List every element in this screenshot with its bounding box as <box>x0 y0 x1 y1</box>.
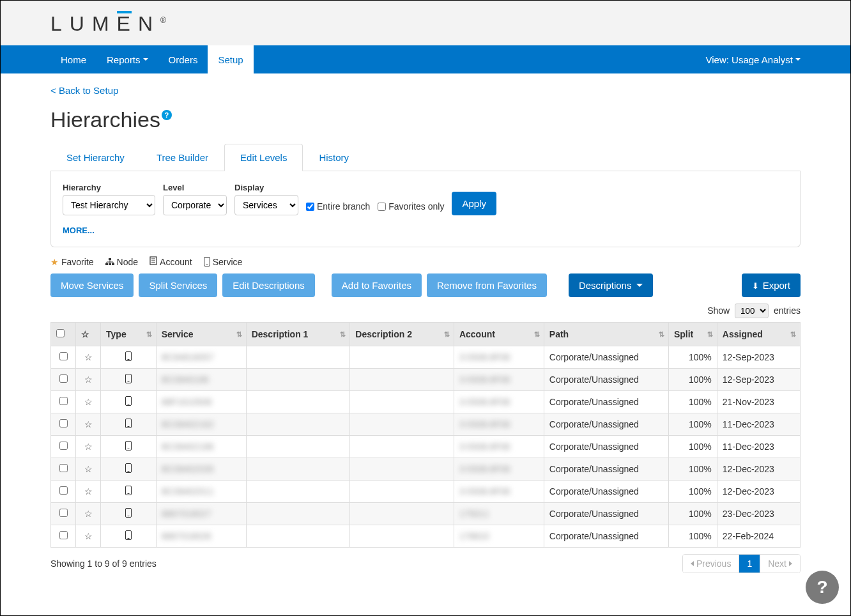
svg-rect-2 <box>109 263 111 265</box>
favorite-toggle[interactable]: ☆ <box>84 486 93 497</box>
display-select[interactable]: Services <box>234 195 298 215</box>
table-row: ☆88F16105083-5508.8F08Corporate/Unassign… <box>51 391 801 413</box>
tab-history[interactable]: History <box>303 144 365 171</box>
col-desc1[interactable]: Description 1⇅ <box>246 323 350 346</box>
assigned-value: 11-Dec-2023 <box>717 436 800 458</box>
help-fab[interactable]: ? <box>806 571 839 604</box>
next-button[interactable]: Next <box>760 555 800 573</box>
sort-icon: ⇅ <box>534 330 540 339</box>
filter-panel: Hierarchy Test Hierarchy Level Corporate… <box>50 171 801 247</box>
assigned-value: 12-Sep-2023 <box>717 346 800 369</box>
favorite-toggle[interactable]: ☆ <box>84 509 93 519</box>
favorite-toggle[interactable]: ☆ <box>84 531 93 541</box>
favorites-only-checkbox[interactable]: Favorites only <box>378 201 444 215</box>
service-value: 8867018027 <box>162 509 211 519</box>
chevron-left-icon <box>691 561 694 566</box>
favorite-toggle[interactable]: ☆ <box>84 442 93 452</box>
desc2-value <box>350 481 454 503</box>
service-value: BC0840186 <box>162 374 209 385</box>
remove-from-favorites-button[interactable]: Remove from Favorites <box>427 273 547 297</box>
page-1-button[interactable]: 1 <box>739 555 760 573</box>
add-to-favorites-button[interactable]: Add to Favorites <box>332 273 422 297</box>
path-value: Corporate/Unassigned <box>544 369 668 391</box>
view-switcher[interactable]: View: Usage Analyst <box>706 45 801 73</box>
show-entries-select[interactable]: 100 <box>735 304 769 318</box>
device-icon <box>204 257 210 266</box>
service-value: 88F1610508 <box>162 397 212 407</box>
edit-descriptions-button[interactable]: Edit Descriptions <box>222 273 315 297</box>
sort-icon: ⇅ <box>790 330 796 339</box>
account-value: 3-5508.8F08 <box>459 352 510 362</box>
split-services-button[interactable]: Split Services <box>139 273 217 297</box>
nav-home[interactable]: Home <box>50 45 96 73</box>
chevron-down-icon <box>636 284 643 287</box>
star-icon: ☆ <box>81 329 89 339</box>
split-value: 100% <box>668 369 717 391</box>
row-checkbox[interactable] <box>59 464 68 472</box>
row-checkbox[interactable] <box>59 397 68 405</box>
show-entries: Show 100 entries <box>50 304 801 318</box>
desc2-value <box>350 391 454 413</box>
level-select[interactable]: Corporate <box>163 195 227 215</box>
row-checkbox[interactable] <box>59 531 68 539</box>
assigned-value: 12-Dec-2023 <box>717 458 800 481</box>
tab-set-hierarchy[interactable]: Set Hierarchy <box>50 144 141 171</box>
col-type[interactable]: Type⇅ <box>101 323 157 346</box>
tabs: Set Hierarchy Tree Builder Edit Levels H… <box>50 144 801 171</box>
row-checkbox[interactable] <box>59 352 68 360</box>
pagination: Previous 1 Next <box>682 554 801 573</box>
favorite-toggle[interactable]: ☆ <box>84 397 93 407</box>
service-value: BC08402035 <box>162 464 214 474</box>
col-split[interactable]: Split⇅ <box>668 323 717 346</box>
table-row: ☆BC084020353-5508.8F08Corporate/Unassign… <box>51 458 801 481</box>
row-checkbox[interactable] <box>59 486 68 495</box>
row-checkbox[interactable] <box>59 419 68 427</box>
help-icon[interactable]: ? <box>162 110 172 120</box>
previous-button[interactable]: Previous <box>683 555 739 573</box>
chevron-right-icon <box>789 561 792 566</box>
data-table: ☆ Type⇅ Service⇅ Description 1⇅ Descript… <box>50 322 801 548</box>
more-link[interactable]: MORE... <box>63 226 95 235</box>
sort-icon: ⇅ <box>444 330 450 339</box>
select-all-checkbox[interactable] <box>56 329 65 337</box>
assigned-value: 11-Dec-2023 <box>717 413 800 436</box>
account-value: 3-5508.8F08 <box>459 464 510 474</box>
nav-reports[interactable]: Reports <box>96 45 158 73</box>
export-button[interactable]: Export <box>742 273 801 297</box>
path-value: Corporate/Unassigned <box>544 525 668 548</box>
split-value: 100% <box>668 458 717 481</box>
move-services-button[interactable]: Move Services <box>50 273 134 297</box>
tab-tree-builder[interactable]: Tree Builder <box>141 144 224 171</box>
main-nav: Home Reports Orders Setup View: Usage An… <box>1 45 850 73</box>
desc2-value <box>350 525 454 548</box>
col-desc2[interactable]: Description 2⇅ <box>350 323 454 346</box>
service-value: 8867018026 <box>162 531 211 541</box>
row-checkbox[interactable] <box>59 374 68 383</box>
favorite-toggle[interactable]: ☆ <box>84 352 93 362</box>
favorite-toggle[interactable]: ☆ <box>84 374 93 385</box>
favorite-toggle[interactable]: ☆ <box>84 464 93 474</box>
table-row: ☆BC084021863-5508.8F08Corporate/Unassign… <box>51 436 801 458</box>
descriptions-dropdown[interactable]: Descriptions <box>569 273 654 297</box>
row-checkbox[interactable] <box>59 509 68 517</box>
back-to-setup-link[interactable]: < Back to Setup <box>50 85 118 96</box>
entire-branch-checkbox[interactable]: Entire branch <box>306 201 370 215</box>
path-value: Corporate/Unassigned <box>544 481 668 503</box>
favorite-toggle[interactable]: ☆ <box>84 419 93 429</box>
col-assigned[interactable]: Assigned⇅ <box>717 323 800 346</box>
hierarchy-select[interactable]: Test Hierarchy <box>63 195 155 215</box>
tab-edit-levels[interactable]: Edit Levels <box>224 144 303 171</box>
row-checkbox[interactable] <box>59 442 68 450</box>
col-service[interactable]: Service⇅ <box>156 323 246 346</box>
split-value: 100% <box>668 346 717 369</box>
svg-rect-1 <box>105 263 108 265</box>
nav-setup[interactable]: Setup <box>208 45 253 73</box>
col-account[interactable]: Account⇅ <box>454 323 544 346</box>
showing-text: Showing 1 to 9 of 9 entries <box>50 558 157 569</box>
table-row: ☆BC08401863-5508.8F08Corporate/Unassigne… <box>51 369 801 391</box>
account-value: 3-5508.8F08 <box>459 397 510 407</box>
apply-button[interactable]: Apply <box>452 192 496 215</box>
col-path[interactable]: Path⇅ <box>544 323 668 346</box>
nav-orders[interactable]: Orders <box>158 45 208 73</box>
account-value: 175011 <box>459 509 489 519</box>
